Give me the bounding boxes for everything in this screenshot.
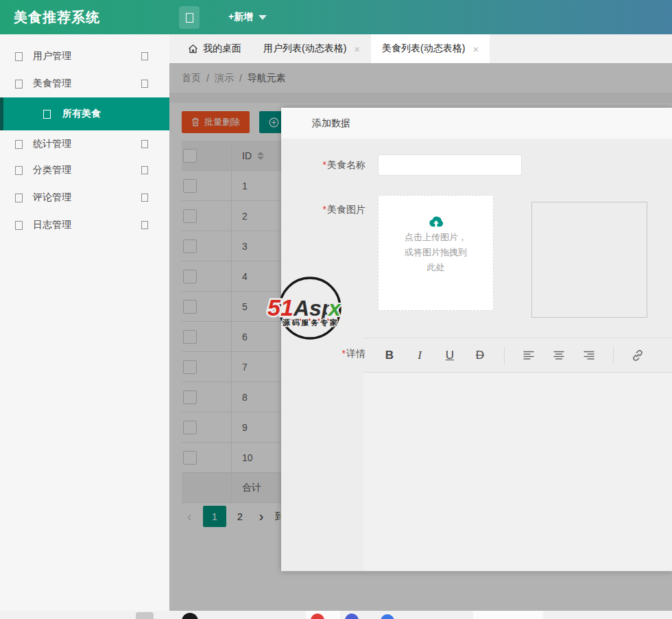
- align-center-button[interactable]: [544, 344, 574, 367]
- detail-label: *详情: [281, 347, 365, 360]
- menu-item-icon: [15, 221, 23, 230]
- menu-item-icon: [43, 110, 51, 119]
- dock-icon-indigo[interactable]: [345, 614, 359, 619]
- bold-button[interactable]: B: [374, 344, 405, 367]
- menu-toggle-button[interactable]: [179, 6, 200, 29]
- menu-item-icon: [15, 140, 23, 149]
- sidebar-item-label: 日志管理: [33, 219, 71, 231]
- italic-button[interactable]: I: [405, 344, 435, 367]
- tab-label: 美食列表(动态表格): [382, 43, 465, 55]
- upload-hint-line3: 此处: [427, 261, 445, 274]
- link-icon: [632, 350, 643, 361]
- underline-button[interactable]: U: [435, 344, 465, 367]
- menu-item-icon: [15, 80, 23, 89]
- sidebar-item-all-foods[interactable]: 所有美食: [0, 97, 169, 130]
- tab-user-list[interactable]: 用户列表(动态表格) ×: [252, 34, 371, 63]
- food-name-label: *美食名称: [281, 154, 365, 176]
- tab-label: 用户列表(动态表格): [263, 43, 346, 55]
- editor-toolbar: B I U D: [363, 338, 672, 373]
- sidebar-item-stats-mgmt[interactable]: 统计管理: [0, 130, 169, 158]
- sidebar-item-user-mgmt[interactable]: 用户管理: [0, 43, 169, 70]
- strikethrough-button[interactable]: D: [465, 344, 495, 367]
- align-right-icon: [584, 351, 595, 360]
- cloud-upload-icon: [427, 215, 445, 229]
- sidebar-item-label: 分类管理: [33, 164, 71, 176]
- upload-hint-line1: 点击上传图片，: [405, 231, 467, 244]
- menu-item-icon: [15, 166, 23, 175]
- app-screen: 美食推荐系统 +新增 我的桌面 用户列表(动态表格) × 美食列表(动态表格) …: [0, 0, 672, 619]
- food-name-input[interactable]: [378, 154, 522, 176]
- align-center-icon: [553, 351, 564, 360]
- sidebar-item-label: 美食管理: [33, 78, 71, 90]
- dock-icon-gray[interactable]: [136, 612, 154, 619]
- image-upload-dropzone[interactable]: 点击上传图片， 或将图片拖拽到 此处: [378, 195, 494, 311]
- upload-hint-line2: 或将图片拖拽到: [405, 246, 467, 259]
- food-image-label: *美食图片: [281, 202, 365, 216]
- sidebar-item-label: 评论管理: [33, 191, 71, 204]
- toolbar-divider: [504, 347, 505, 364]
- sidebar-item-label: 用户管理: [33, 50, 71, 62]
- chevron-icon: [141, 52, 148, 60]
- link-button[interactable]: [623, 344, 653, 367]
- sidebar-item-label: 所有美食: [62, 108, 101, 120]
- add-data-modal: 添加数据 *美食名称 *美食图片 点击上传图片， 或将图片拖拽到 此处 *详情: [281, 108, 672, 572]
- modal-body: *美食名称 *美食图片 点击上传图片， 或将图片拖拽到 此处 *详情 B I: [281, 139, 672, 571]
- close-icon[interactable]: ×: [472, 43, 479, 55]
- align-left-icon: [523, 351, 534, 360]
- image-preview-box: [531, 202, 647, 318]
- sidebar-item-food-mgmt[interactable]: 美食管理: [0, 70, 169, 97]
- close-icon[interactable]: ×: [354, 43, 360, 55]
- tab-food-list[interactable]: 美食列表(动态表格) ×: [371, 34, 490, 63]
- sidebar-item-comment-mgmt[interactable]: 评论管理: [0, 184, 169, 211]
- dock-icon-black[interactable]: [182, 613, 198, 619]
- sidebar-item-log-mgmt[interactable]: 日志管理: [0, 211, 169, 239]
- required-mark: *: [342, 348, 346, 359]
- toolbar-divider: [613, 347, 614, 364]
- new-item-dropdown[interactable]: +新增: [228, 0, 267, 34]
- sidebar-item-label: 统计管理: [33, 138, 71, 150]
- tab-label: 我的桌面: [203, 43, 241, 55]
- home-icon: [188, 44, 198, 54]
- required-mark: *: [323, 204, 326, 215]
- chevron-icon: [141, 166, 148, 174]
- modal-title: 添加数据: [281, 108, 672, 139]
- menu-icon: [186, 13, 193, 23]
- chevron-icon: [141, 140, 148, 148]
- bottom-dock-strip: [0, 611, 672, 619]
- sidebar-item-category-mgmt[interactable]: 分类管理: [0, 156, 169, 184]
- required-mark: *: [323, 159, 326, 170]
- dock-icon-blue[interactable]: [381, 614, 394, 619]
- tab-bar: 我的桌面 用户列表(动态表格) × 美食列表(动态表格) ×: [169, 34, 672, 63]
- dock-patch: [473, 611, 543, 619]
- app-title: 美食推荐系统: [14, 0, 100, 34]
- chevron-icon: [141, 194, 148, 202]
- menu-item-icon: [15, 52, 23, 61]
- align-right-button[interactable]: [574, 344, 604, 367]
- new-item-label: +新增: [228, 11, 253, 23]
- align-left-button[interactable]: [514, 344, 544, 367]
- editor-content-area[interactable]: [363, 373, 672, 571]
- sidebar: 用户管理 美食管理 所有美食 统计管理 分类管理 评论管理: [0, 34, 169, 611]
- tab-desktop[interactable]: 我的桌面: [177, 34, 252, 63]
- chevron-icon: [141, 80, 148, 88]
- chevron-down-icon: [259, 15, 267, 20]
- top-header: 美食推荐系统 +新增: [0, 0, 672, 34]
- chevron-icon: [141, 221, 148, 229]
- menu-item-icon: [15, 194, 23, 202]
